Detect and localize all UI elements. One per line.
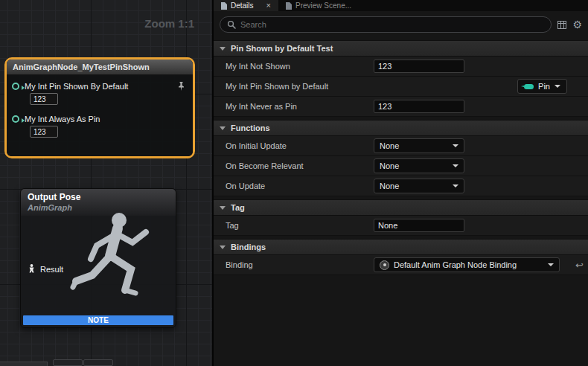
int-pin-icon[interactable] [12, 83, 19, 90]
property-label: Tag [226, 221, 374, 230]
chevron-down-icon [548, 263, 554, 266]
dropdown-value: None [380, 161, 399, 170]
pose-pin-icon[interactable] [28, 263, 36, 276]
section-title: Tag [231, 203, 245, 212]
property-label: My Int Pin Shown by Default [226, 82, 374, 91]
search-row: ⚙ [214, 11, 588, 37]
pin-value-input[interactable] [30, 93, 58, 105]
chevron-down-icon [453, 164, 458, 167]
zoom-level-label: Zoom 1:1 [144, 17, 194, 30]
chevron-down-icon [453, 144, 458, 147]
dropdown-value: Pin [538, 82, 550, 91]
pin-visibility-dropdown[interactable]: Pin [517, 79, 567, 94]
partial-node [53, 359, 83, 366]
property-label: My Int Never as Pin [226, 102, 374, 111]
close-icon[interactable]: × [266, 1, 271, 10]
int-pin-icon[interactable] [12, 115, 19, 123]
pin-value-input[interactable] [30, 126, 58, 138]
section-header-bindings[interactable]: Bindings [214, 239, 588, 255]
property-row: On Update None [214, 176, 588, 196]
anim-graph-canvas[interactable]: Zoom 1:1 AnimGraphNode_MyTestPinShown My… [0, 0, 212, 366]
tab-preview-scene[interactable]: Preview Scene... [278, 0, 359, 11]
section-title: Pin Shown by Default Test [231, 44, 333, 53]
tab-details[interactable]: Details × [214, 0, 278, 11]
my-int-never-as-pin-input[interactable] [374, 100, 464, 113]
tab-bar: Details × Preview Scene... [214, 0, 588, 11]
tag-input[interactable] [374, 219, 464, 232]
details-panel: Details × Preview Scene... ⚙ [212, 0, 588, 366]
on-update-dropdown[interactable]: None [374, 179, 464, 193]
property-row: My Int Pin Shown by Default Pin [214, 77, 588, 97]
chevron-down-icon [220, 47, 226, 51]
section-header-pin-shown[interactable]: Pin Shown by Default Test [214, 40, 588, 57]
property-label: My Int Not Shown [226, 62, 374, 71]
section-header-tag[interactable]: Tag [214, 199, 588, 216]
search-box[interactable] [220, 16, 552, 33]
note-banner: NOTE [23, 315, 173, 325]
chevron-down-icon [555, 85, 560, 88]
pin-label: My Int Pin Shown By Default [25, 82, 128, 91]
result-pin-row: Result [28, 263, 63, 276]
tab-label: Preview Scene... [295, 1, 351, 10]
dropdown-value: None [380, 141, 399, 150]
node-title: Output Pose [28, 192, 169, 202]
settings-icon[interactable]: ⚙ [572, 19, 582, 30]
property-row: On Initial Update None [214, 136, 588, 156]
dropdown-value: None [380, 182, 399, 190]
on-become-relevant-dropdown[interactable]: None [374, 158, 464, 173]
view-options-icon[interactable] [557, 21, 566, 29]
property-row: Tag [214, 216, 588, 236]
property-label: Binding [226, 260, 374, 269]
section-title: Bindings [231, 243, 266, 251]
on-initial-update-dropdown[interactable]: None [374, 138, 464, 153]
chevron-down-icon [220, 126, 226, 130]
property-row: My Int Not Shown [214, 57, 588, 77]
output-pose-node[interactable]: Output Pose AnimGraph [20, 188, 176, 328]
chevron-down-icon [220, 206, 226, 210]
search-icon [227, 20, 236, 29]
revert-icon[interactable]: ↩ [575, 260, 584, 270]
binding-dropdown[interactable]: Default Anim Graph Node Binding [374, 257, 560, 272]
binding-class-icon [380, 260, 389, 270]
dropdown-value: Default Anim Graph Node Binding [394, 260, 517, 269]
property-row: My Int Never as Pin [214, 97, 588, 117]
chevron-down-icon [453, 184, 458, 187]
search-input[interactable] [240, 20, 544, 29]
chevron-down-icon [220, 245, 226, 249]
document-icon [221, 2, 227, 10]
node-pin-row: My Int Pin Shown By Default [12, 82, 185, 91]
result-pin-label: Result [40, 265, 63, 274]
node-title: AnimGraphNode_MyTestPinShown [7, 60, 193, 75]
my-int-not-shown-input[interactable] [374, 60, 464, 73]
property-label: On Initial Update [226, 141, 374, 150]
partial-node [83, 359, 113, 366]
partial-node [0, 362, 48, 366]
property-row: Binding Default Anim Graph Node Binding … [214, 255, 588, 275]
property-label: On Update [226, 182, 374, 190]
property-label: On Become Relevant [226, 161, 374, 170]
document-icon [286, 2, 292, 10]
section-header-functions[interactable]: Functions [214, 120, 588, 136]
mannequin-preview [57, 208, 176, 321]
pin-label: My Int Always As Pin [25, 115, 100, 123]
pin-icon [524, 84, 534, 89]
pin-toggle-icon [177, 82, 185, 91]
section-title: Functions [231, 123, 270, 132]
property-row: On Become Relevant None [214, 156, 588, 176]
tab-label: Details [231, 1, 254, 10]
anim-graph-test-node[interactable]: AnimGraphNode_MyTestPinShown My Int Pin … [4, 57, 195, 158]
unreal-editor-window: Zoom 1:1 AnimGraphNode_MyTestPinShown My… [0, 0, 588, 366]
node-pin-row: My Int Always As Pin [12, 115, 185, 123]
